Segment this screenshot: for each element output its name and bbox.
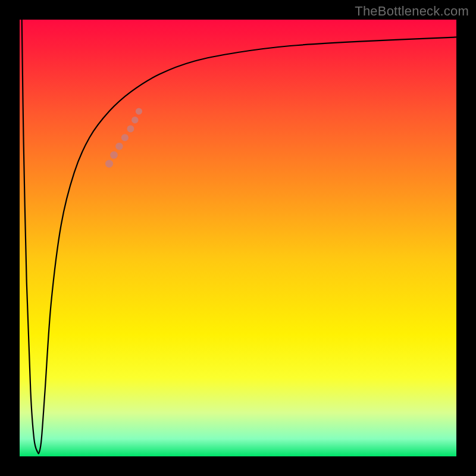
- attribution-text: TheBottleneck.com: [355, 4, 469, 19]
- highlight-dot: [115, 143, 123, 150]
- chart-frame: TheBottleneck.com: [0, 0, 476, 476]
- bottleneck-curve: [22, 20, 456, 453]
- highlight-segment: [105, 108, 142, 168]
- highlight-dot: [131, 117, 139, 124]
- highlight-dot: [127, 126, 134, 133]
- highlight-dot: [121, 134, 129, 141]
- plot-area: [20, 20, 456, 456]
- highlight-dot: [136, 108, 142, 115]
- highlight-dot: [110, 151, 118, 159]
- curve-layer: [20, 20, 456, 456]
- highlight-dot: [105, 160, 113, 168]
